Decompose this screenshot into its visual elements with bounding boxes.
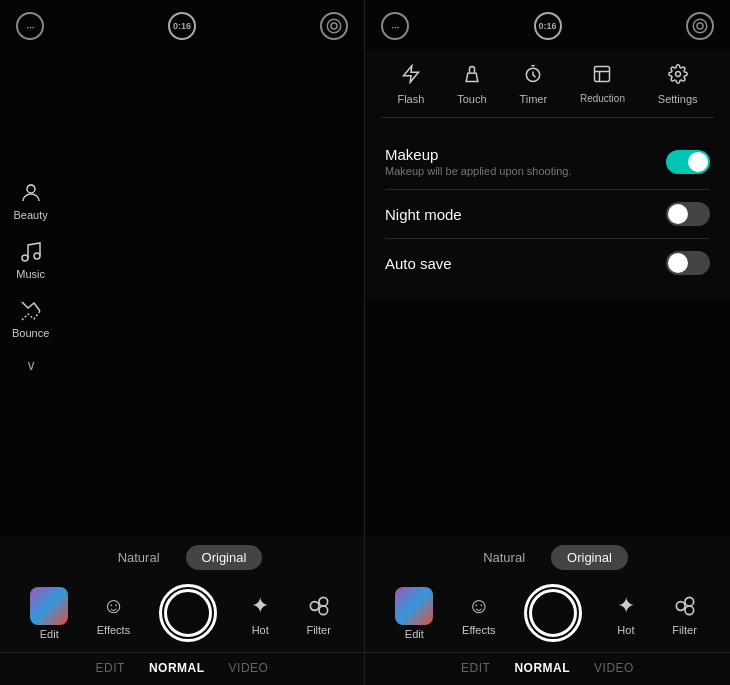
camera-view-right: ··· 0:16 bbox=[365, 0, 730, 535]
makeup-toggle[interactable] bbox=[666, 150, 710, 174]
auto-save-row: Auto save bbox=[381, 241, 714, 285]
menu-icon-left[interactable]: ··· bbox=[16, 12, 44, 40]
music-icon bbox=[18, 239, 44, 265]
settings-label: Settings bbox=[658, 93, 698, 105]
mode-tabs-left: EDIT NORMAL VIDEO bbox=[0, 652, 364, 685]
pill-original-left[interactable]: Original bbox=[186, 545, 263, 570]
makeup-text: Makeup Makeup will be applied upon shoot… bbox=[385, 146, 572, 177]
shutter-btn-right[interactable] bbox=[524, 584, 582, 642]
effects-icon-left: ☺ bbox=[98, 591, 128, 621]
avatar-left bbox=[30, 587, 68, 625]
flash-tool[interactable]: Flash bbox=[397, 64, 424, 105]
svg-point-0 bbox=[327, 19, 341, 33]
auto-save-toggle[interactable] bbox=[666, 251, 710, 275]
touch-icon bbox=[462, 64, 482, 89]
timer-tool[interactable]: Timer bbox=[519, 64, 547, 105]
night-mode-text: Night mode bbox=[385, 206, 462, 223]
auto-save-toggle-thumb bbox=[668, 253, 688, 273]
svg-rect-12 bbox=[595, 67, 610, 82]
filter-icon-left bbox=[304, 591, 334, 621]
pill-natural-right[interactable]: Natural bbox=[467, 545, 541, 570]
more-button-left[interactable]: ∨ bbox=[26, 357, 36, 373]
makeup-subtitle: Makeup will be applied upon shooting. bbox=[385, 165, 572, 177]
filter-btn-right[interactable]: Filter bbox=[670, 591, 700, 636]
camera-flip-left[interactable] bbox=[320, 12, 348, 40]
reduction-label: Reduction bbox=[580, 93, 625, 104]
mode-tabs-right: EDIT NORMAL VIDEO bbox=[365, 652, 730, 685]
reduction-tool[interactable]: Reduction bbox=[580, 64, 625, 105]
bottom-section-left: Natural Original Edit ☺ Effects ✦ bbox=[0, 535, 364, 685]
auto-save-title: Auto save bbox=[385, 255, 452, 272]
tab-edit-right[interactable]: EDIT bbox=[461, 661, 490, 675]
pill-original-right[interactable]: Original bbox=[551, 545, 628, 570]
tab-video-left[interactable]: VIDEO bbox=[229, 661, 269, 675]
bounce-icon bbox=[18, 298, 44, 324]
flash-icon bbox=[401, 64, 421, 89]
sidebar-item-bounce[interactable]: Bounce bbox=[12, 298, 49, 339]
svg-point-14 bbox=[676, 601, 685, 610]
settings-icon bbox=[668, 64, 688, 89]
night-mode-row: Night mode bbox=[381, 192, 714, 236]
camera-view-left: ··· 0:16 bbox=[0, 0, 364, 535]
auto-save-text: Auto save bbox=[385, 255, 452, 272]
svg-point-5 bbox=[310, 601, 319, 610]
svg-point-13 bbox=[675, 72, 680, 77]
settings-overlay: Flash Touch bbox=[365, 50, 730, 299]
divider-2 bbox=[385, 238, 710, 239]
flash-label: Flash bbox=[397, 93, 424, 105]
settings-tool[interactable]: Settings bbox=[658, 64, 698, 105]
edit-btn-left[interactable]: Edit bbox=[30, 587, 68, 640]
edit-btn-right[interactable]: Edit bbox=[395, 587, 433, 640]
hot-btn-right[interactable]: ✦ Hot bbox=[611, 591, 641, 636]
left-sidebar: Beauty Music bbox=[12, 180, 49, 373]
pill-natural-left[interactable]: Natural bbox=[102, 545, 176, 570]
beauty-label: Beauty bbox=[14, 209, 48, 221]
svg-point-8 bbox=[693, 19, 707, 33]
effects-btn-left[interactable]: ☺ Effects bbox=[97, 591, 130, 636]
hot-btn-left[interactable]: ✦ Hot bbox=[245, 591, 275, 636]
svg-point-7 bbox=[319, 606, 328, 615]
bottom-controls-left: Edit ☺ Effects ✦ Hot bbox=[0, 576, 364, 652]
touch-tool[interactable]: Touch bbox=[457, 64, 486, 105]
makeup-toggle-thumb bbox=[688, 152, 708, 172]
filter-btn-left[interactable]: Filter bbox=[304, 591, 334, 636]
shutter-btn-left[interactable] bbox=[159, 584, 217, 642]
reduction-icon bbox=[592, 64, 612, 89]
timer-icon bbox=[523, 64, 543, 89]
svg-marker-10 bbox=[403, 66, 418, 83]
filter-icon-right bbox=[670, 591, 700, 621]
music-label: Music bbox=[16, 268, 45, 280]
left-panel: ··· 0:16 bbox=[0, 0, 365, 685]
camera-flip-right[interactable] bbox=[686, 12, 714, 40]
timer-display-right: 0:16 bbox=[534, 12, 562, 40]
sidebar-item-music[interactable]: Music bbox=[16, 239, 45, 280]
beauty-icon bbox=[18, 180, 44, 206]
tab-normal-right[interactable]: NORMAL bbox=[514, 661, 570, 675]
divider-1 bbox=[385, 189, 710, 190]
night-mode-toggle-thumb bbox=[668, 204, 688, 224]
filter-pills-right: Natural Original bbox=[365, 535, 730, 576]
right-panel: ··· 0:16 bbox=[365, 0, 730, 685]
tab-normal-left[interactable]: NORMAL bbox=[149, 661, 205, 675]
menu-icon-right[interactable]: ··· bbox=[381, 12, 409, 40]
svg-point-16 bbox=[685, 606, 694, 615]
hot-icon-left: ✦ bbox=[245, 591, 275, 621]
top-bar-right: ··· 0:16 bbox=[365, 0, 730, 52]
bottom-section-right: Natural Original Edit ☺ Effects ✦ Hot bbox=[365, 535, 730, 685]
night-mode-toggle[interactable] bbox=[666, 202, 710, 226]
makeup-row: Makeup Makeup will be applied upon shoot… bbox=[381, 136, 714, 187]
avatar-right bbox=[395, 587, 433, 625]
svg-point-3 bbox=[22, 255, 28, 261]
svg-point-9 bbox=[697, 23, 703, 29]
svg-point-4 bbox=[34, 253, 40, 259]
effects-btn-right[interactable]: ☺ Effects bbox=[462, 591, 495, 636]
settings-toolbar: Flash Touch bbox=[381, 64, 714, 118]
tab-edit-left[interactable]: EDIT bbox=[96, 661, 125, 675]
tab-video-right[interactable]: VIDEO bbox=[594, 661, 634, 675]
shutter-inner-right bbox=[529, 589, 577, 637]
night-mode-title: Night mode bbox=[385, 206, 462, 223]
filter-pills-left: Natural Original bbox=[0, 535, 364, 576]
sidebar-item-beauty[interactable]: Beauty bbox=[14, 180, 48, 221]
chevron-down-icon: ∨ bbox=[26, 357, 36, 373]
svg-point-15 bbox=[685, 597, 694, 606]
